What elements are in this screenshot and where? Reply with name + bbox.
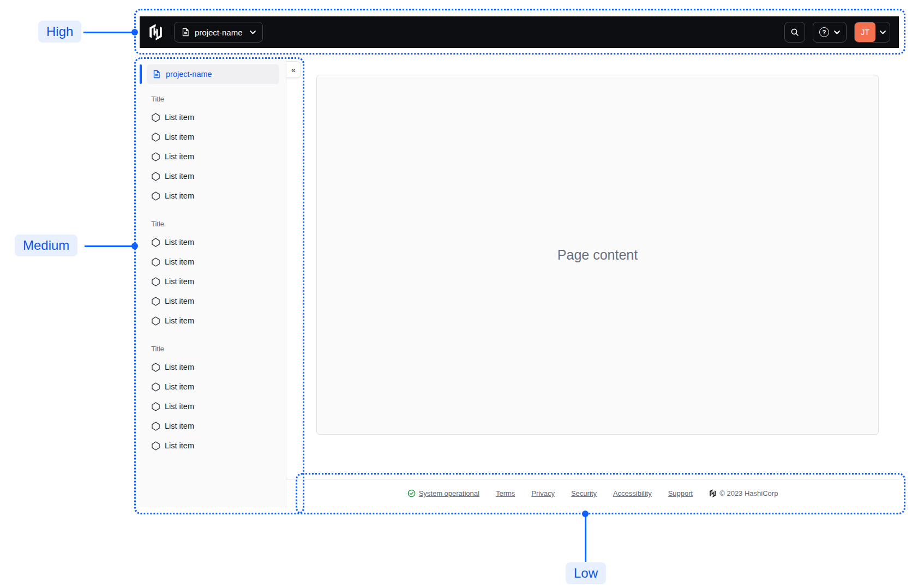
sidebar-section: TitleList itemList itemList itemList ite… xyxy=(140,95,286,206)
hexagon-icon xyxy=(152,382,160,392)
system-status-label: System operational xyxy=(419,489,479,497)
sidebar-list-item-label: List item xyxy=(165,172,194,181)
hexagon-icon xyxy=(152,113,160,122)
chevron-down-icon xyxy=(875,31,890,34)
sidebar-list-item[interactable]: List item xyxy=(140,291,286,311)
page-content-area: Page content xyxy=(316,75,879,435)
hexagon-icon xyxy=(152,152,160,161)
annotation-label-high: High xyxy=(38,21,81,43)
sidebar-item-label: project-name xyxy=(166,70,212,79)
annotation-connector-high xyxy=(83,32,134,33)
hashicorp-logo-icon xyxy=(709,489,716,497)
sidebar: project-name TitleList itemList itemList… xyxy=(140,60,286,507)
hexagon-icon xyxy=(152,238,160,247)
sidebar-list-item-label: List item xyxy=(165,133,194,141)
search-icon xyxy=(790,28,799,37)
project-dropdown-label: project-name xyxy=(195,28,243,37)
hexagon-icon xyxy=(152,257,160,267)
footer-links: TermsPrivacySecurityAccessibilitySupport xyxy=(496,489,693,497)
sidebar-list-item-label: List item xyxy=(165,238,194,247)
sidebar-list-item[interactable]: List item xyxy=(140,377,286,397)
sidebar-list-item-label: List item xyxy=(165,297,194,305)
sidebar-list-item-label: List item xyxy=(165,316,194,325)
hexagon-icon xyxy=(152,277,160,286)
sidebar-header: project-name xyxy=(140,60,286,84)
sidebar-list-item-label: List item xyxy=(165,277,194,286)
sidebar-list-item[interactable]: List item xyxy=(140,107,286,127)
sidebar-section: TitleList itemList itemList itemList ite… xyxy=(140,345,286,455)
hashicorp-logo-icon xyxy=(148,24,163,40)
annotation-label-medium: Medium xyxy=(15,235,77,256)
sidebar-list-item[interactable]: List item xyxy=(140,436,286,455)
document-icon xyxy=(152,70,161,79)
sidebar-list-item[interactable]: List item xyxy=(140,252,286,272)
help-circle-icon: ? xyxy=(819,27,829,37)
chevron-down-icon xyxy=(250,31,256,34)
hexagon-icon xyxy=(152,172,160,181)
annotation-connector-medium xyxy=(85,245,134,247)
sidebar-section-title: Title xyxy=(151,95,286,103)
footer-link-terms[interactable]: Terms xyxy=(496,489,515,497)
sidebar-list-item[interactable]: List item xyxy=(140,272,286,291)
sidebar-list-item-label: List item xyxy=(165,422,194,430)
footer-link-security[interactable]: Security xyxy=(571,489,597,497)
navbar-left-group: project-name xyxy=(148,22,263,43)
sidebar-list-item[interactable]: List item xyxy=(140,166,286,186)
sidebar-list-item-label: List item xyxy=(165,257,194,266)
sidebar-section-title: Title xyxy=(151,220,286,228)
footer-copyright: © 2023 HashiCorp xyxy=(709,489,778,497)
sidebar-list-item-label: List item xyxy=(165,363,194,371)
sidebar-item-project-name[interactable]: project-name xyxy=(147,64,279,84)
sidebar-list-item-label: List item xyxy=(165,441,194,450)
sidebar-list-item[interactable]: List item xyxy=(140,311,286,331)
hexagon-icon xyxy=(152,297,160,306)
annotation-connector-low xyxy=(585,514,586,562)
sidebar-section: TitleList itemList itemList itemList ite… xyxy=(140,220,286,331)
sidebar-list-item[interactable]: List item xyxy=(140,147,286,166)
chevron-down-icon xyxy=(834,31,840,34)
footer-link-accessibility[interactable]: Accessibility xyxy=(613,489,652,497)
navbar-right-group: ? JT xyxy=(784,22,890,43)
sidebar-list-item[interactable]: List item xyxy=(140,186,286,206)
help-dropdown[interactable]: ? xyxy=(813,22,847,43)
page-content-placeholder: Page content xyxy=(557,247,638,263)
sidebar-list-item-label: List item xyxy=(165,113,194,122)
footer-link-support[interactable]: Support xyxy=(668,489,693,497)
user-menu-dropdown[interactable]: JT xyxy=(854,22,890,43)
sidebar-nav: TitleList itemList itemList itemList ite… xyxy=(140,84,286,455)
hexagon-icon xyxy=(152,316,160,326)
hexagon-icon xyxy=(152,191,160,201)
sidebar-list-item-label: List item xyxy=(165,382,194,391)
sidebar-list-item[interactable]: List item xyxy=(140,232,286,252)
sidebar-collapse-button[interactable]: « xyxy=(286,61,301,78)
sidebar-list-item[interactable]: List item xyxy=(140,416,286,436)
collapse-icon: « xyxy=(291,65,296,74)
annotation-dot-low xyxy=(582,511,589,517)
hexagon-icon xyxy=(152,402,160,411)
annotation-dot-medium xyxy=(131,243,138,249)
sidebar-section-title: Title xyxy=(151,345,286,353)
hexagon-icon xyxy=(152,422,160,431)
system-status-link[interactable]: System operational xyxy=(407,489,479,497)
search-button[interactable] xyxy=(784,22,805,43)
hexagon-icon xyxy=(152,133,160,142)
avatar: JT xyxy=(855,22,875,42)
sidebar-list-item[interactable]: List item xyxy=(140,397,286,416)
hexagon-icon xyxy=(152,441,160,451)
copyright-text: © 2023 HashiCorp xyxy=(719,489,778,497)
sidebar-list-item[interactable]: List item xyxy=(140,357,286,377)
top-navbar: project-name ? JT xyxy=(140,16,899,48)
check-circle-icon xyxy=(407,489,416,497)
annotation-dot-high xyxy=(131,29,138,35)
screenshot-canvas: project-name ? JT xyxy=(0,0,912,588)
sidebar-list-item-label: List item xyxy=(165,152,194,161)
active-accent-bar xyxy=(140,64,142,84)
footer: System operational TermsPrivacySecurityA… xyxy=(286,479,899,507)
sidebar-list-item-label: List item xyxy=(165,402,194,411)
hexagon-icon xyxy=(152,363,160,372)
sidebar-list-item[interactable]: List item xyxy=(140,127,286,147)
project-dropdown[interactable]: project-name xyxy=(174,22,263,43)
annotation-label-low: Low xyxy=(566,562,606,584)
footer-link-privacy[interactable]: Privacy xyxy=(531,489,555,497)
document-icon xyxy=(181,28,190,37)
